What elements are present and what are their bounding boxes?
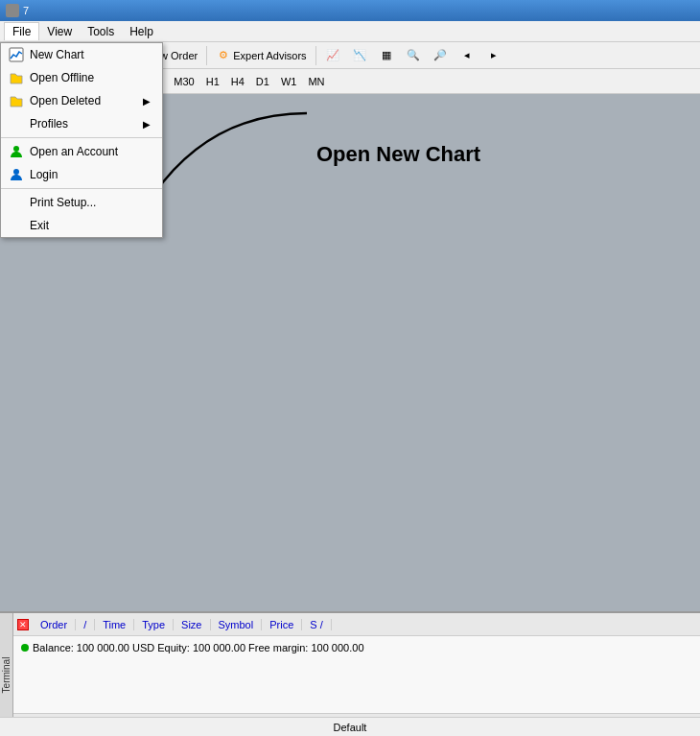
- toolbar-scroll-left[interactable]: ◂: [455, 45, 479, 66]
- scroll-left-icon: ◂: [459, 48, 475, 63]
- login-label: Login: [30, 168, 58, 181]
- charts-r2-icon: 📉: [352, 48, 367, 63]
- profiles-arrow: ▶: [143, 119, 151, 130]
- menu-tools[interactable]: Tools: [80, 23, 122, 40]
- scroll-right-icon: ▸: [486, 48, 502, 63]
- open-account-icon: [9, 144, 24, 159]
- terminal-close-btn[interactable]: ✕: [17, 619, 29, 630]
- separator-3: [206, 46, 207, 65]
- menu-item-exit[interactable]: Exit: [1, 214, 162, 237]
- print-setup-label: Print Setup...: [30, 196, 96, 209]
- toolbar-expert-advisors[interactable]: ⚙ Expert Advisors: [211, 45, 311, 66]
- zoom-in-icon: 🔍: [406, 48, 421, 63]
- expert-advisors-label: Expert Advisors: [233, 50, 306, 61]
- open-account-label: Open an Account: [30, 145, 118, 158]
- status-text: Default: [334, 722, 367, 733]
- print-setup-icon: [9, 195, 24, 210]
- status-bar: Default: [0, 717, 700, 736]
- open-offline-icon: [9, 70, 24, 85]
- charts-r1-icon: 📈: [325, 48, 340, 63]
- tf-d1[interactable]: D1: [251, 71, 274, 92]
- menu-item-new-chart[interactable]: New Chart: [1, 43, 162, 66]
- toolbar-zoom-out[interactable]: 🔎: [428, 45, 453, 66]
- th-slash: /: [76, 619, 95, 630]
- terminal-label-text: Terminal: [1, 656, 12, 693]
- th-sl[interactable]: S /: [302, 619, 331, 630]
- terminal-table-header: ✕ Order / Time Type Size Symbol Price S …: [13, 613, 700, 636]
- balance-row: Balance: 100 000.00 USD Equity: 100 000.…: [21, 640, 692, 655]
- tf-h1[interactable]: H1: [201, 71, 224, 92]
- menu-item-login[interactable]: Login: [1, 163, 162, 186]
- svg-point-2: [13, 146, 19, 152]
- exit-icon: [9, 218, 24, 233]
- menu-view[interactable]: View: [39, 23, 80, 40]
- separator-1: [1, 137, 162, 138]
- th-time[interactable]: Time: [95, 619, 134, 630]
- svg-rect-1: [10, 48, 23, 61]
- charts-r3-icon: ▦: [379, 48, 394, 63]
- open-deleted-icon: [9, 93, 24, 108]
- title-number: 7: [23, 5, 29, 16]
- profiles-icon: [9, 116, 24, 131]
- toolbar-zoom-in[interactable]: 🔍: [401, 45, 426, 66]
- app-icon: [6, 4, 19, 17]
- svg-point-3: [13, 169, 19, 175]
- zoom-out-icon: 🔎: [432, 48, 448, 63]
- new-chart-menu-icon: [9, 47, 24, 62]
- profiles-label: Profiles: [30, 117, 68, 131]
- tf-m30[interactable]: M30: [169, 71, 198, 92]
- tf-w1[interactable]: W1: [276, 71, 302, 92]
- menu-bar: File View Tools Help: [0, 21, 700, 42]
- exit-label: Exit: [30, 219, 49, 232]
- file-dropdown-menu: New Chart Open Offline Open Deleted ▶ Pr…: [0, 42, 163, 238]
- expert-advisors-icon: ⚙: [216, 48, 231, 63]
- open-deleted-label: Open Deleted: [30, 94, 101, 107]
- annotation-container: Open New Chart: [316, 142, 480, 167]
- new-chart-label: New Chart: [30, 48, 84, 61]
- separator-2: [1, 188, 162, 189]
- th-symbol[interactable]: Symbol: [211, 619, 263, 630]
- th-price[interactable]: Price: [262, 619, 302, 630]
- toolbar-charts-r3[interactable]: ▦: [374, 45, 399, 66]
- toolbar-scroll-right[interactable]: ▸: [481, 45, 506, 66]
- menu-item-print-setup[interactable]: Print Setup...: [1, 191, 162, 214]
- login-icon: [9, 167, 24, 182]
- terminal-body: Balance: 100 000.00 USD Equity: 100 000.…: [13, 636, 700, 713]
- balance-text: Balance: 100 000.00 USD Equity: 100 000.…: [33, 642, 364, 653]
- menu-item-open-account[interactable]: Open an Account: [1, 140, 162, 163]
- tf-h4[interactable]: H4: [226, 71, 249, 92]
- open-deleted-arrow: ▶: [143, 96, 151, 107]
- menu-item-open-offline[interactable]: Open Offline: [1, 66, 162, 89]
- th-order[interactable]: Order: [33, 619, 76, 630]
- th-size[interactable]: Size: [174, 619, 210, 630]
- menu-file[interactable]: File: [4, 22, 39, 40]
- menu-item-profiles[interactable]: Profiles ▶: [1, 112, 162, 135]
- title-bar: 7: [0, 0, 700, 21]
- balance-dot: [21, 644, 29, 652]
- th-type[interactable]: Type: [134, 619, 174, 630]
- annotation-text: Open New Chart: [316, 142, 480, 166]
- toolbar-charts-r1[interactable]: 📈: [320, 45, 345, 66]
- toolbar-charts-r2[interactable]: 📉: [347, 45, 372, 66]
- open-offline-label: Open Offline: [30, 71, 94, 84]
- menu-item-open-deleted[interactable]: Open Deleted ▶: [1, 89, 162, 112]
- separator-4: [315, 46, 316, 65]
- menu-help[interactable]: Help: [122, 23, 161, 40]
- tf-mn[interactable]: MN: [303, 71, 329, 92]
